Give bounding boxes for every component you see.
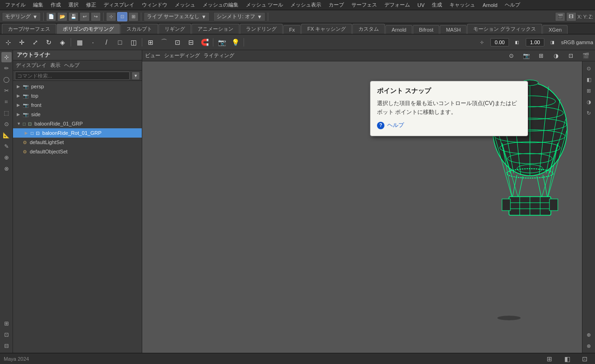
outliner-menu-view[interactable]: 表示 [50,62,60,69]
vp-menu-view[interactable]: ビュー [145,52,160,59]
snap-to-curve-btn[interactable]: ⌒ [158,36,171,49]
tab-xgen[interactable]: XGen [542,25,568,34]
vp-render-icon[interactable]: 🎬 [579,50,592,62]
outliner-search-btn[interactable]: ▼ [132,72,140,80]
snap-point-btn[interactable]: ⊡ [117,12,127,21]
vp-right-1[interactable]: ⊙ [584,63,594,73]
vp-right-5[interactable]: ↻ [584,108,594,118]
menu-edit[interactable]: 編集 [30,0,46,9]
edge-sel-btn[interactable]: / [100,36,113,49]
left-snap-btn[interactable]: ⊙ [1,119,12,129]
menu-surfaces[interactable]: サーフェス [348,0,380,9]
snap-to-surface-btn[interactable]: ⊟ [185,36,198,49]
left-cut-btn[interactable]: ✂ [1,86,12,96]
menu-display[interactable]: ディスプレイ [100,0,138,9]
menu-select[interactable]: 選択 [65,0,82,9]
menu-curves[interactable]: カーブ [325,0,347,9]
tab-sculpt[interactable]: スカルプト [120,24,158,34]
new-scene-btn[interactable]: 📄 [46,12,56,21]
menu-help[interactable]: ヘルプ [502,0,523,9]
menu-window[interactable]: ウィンドウ [139,0,171,9]
color-manage-btn[interactable]: ◨ [546,36,559,49]
menu-mesh-edit[interactable]: メッシュの編集 [199,0,242,9]
viewport[interactable]: ビュー シェーディング ライティング ⊙ 📷 ⊞ ◑ ⊡ 🎬 ⊙ ◧ ⊞ ◑ ↻… [142,50,595,353]
move-tool-btn[interactable]: ✛ [15,36,28,49]
vp-shade-icon[interactable]: ◑ [549,50,562,62]
tab-fx-caching[interactable]: FX キャッシング [301,24,352,34]
vp-menu-shading[interactable]: シェーディング [164,52,200,59]
vp-right-2[interactable]: ◧ [584,74,594,85]
snap-mode-btn[interactable]: ⊹ [476,36,489,49]
face-sel-btn[interactable]: □ [113,36,126,49]
snap-dropdown[interactable]: ライブ サーフェスなし ▼ [144,12,210,21]
tab-bifrost[interactable]: Bifrost [413,25,439,34]
menu-mesh[interactable]: メッシュ [172,0,198,9]
bottom-icon-1[interactable]: ⊞ [543,352,556,364]
magnet-btn[interactable]: 🧲 [198,36,211,49]
tree-item-default-object-set[interactable]: ▶ ⚙ defaultObjectSet [13,147,142,156]
left-extra2-btn[interactable]: ⊗ [1,164,12,174]
menu-modify[interactable]: 修正 [83,0,99,9]
outliner-search-input[interactable] [15,72,130,80]
vp-cam-icon[interactable]: 📷 [520,50,533,62]
tab-animation[interactable]: アニメーション [192,24,239,34]
tree-item-top[interactable]: ▶ 📷 top [13,91,142,100]
tooltip-help-link[interactable]: ? ヘルプ [377,121,521,129]
snap-to-point-btn[interactable]: ⊡ [171,36,184,49]
vp-wire-icon[interactable]: ⊡ [564,50,577,62]
left-extra1-btn[interactable]: ⊕ [1,152,12,163]
left-measure-btn[interactable]: 📐 [1,130,12,140]
tree-item-side[interactable]: ▶ 📷 side [13,110,142,119]
outliner-menu-help[interactable]: ヘルプ [64,62,79,69]
tree-item-persp[interactable]: ▶ 📷 persp [13,82,142,91]
left-bridge-btn[interactable]: ⌗ [1,97,12,107]
tab-mash[interactable]: MASH [440,25,467,34]
left-select-btn[interactable]: ⊹ [1,52,12,62]
vp-grid-icon[interactable]: ⊞ [535,50,548,62]
menu-create[interactable]: 作成 [47,0,64,9]
universal-tool-btn[interactable]: ◈ [56,36,69,49]
left-extrude-btn[interactable]: ⬚ [1,108,12,118]
open-btn[interactable]: 📂 [57,12,67,21]
tree-item-baloonride-rot-grp[interactable]: ▶ □ ⊡ baloonRide_Rot_01_GRP [13,128,142,138]
scale-tool-btn[interactable]: ⤢ [29,36,42,49]
vp-right-bottom-1[interactable]: ⊕ [584,330,594,340]
menu-cache[interactable]: キャッシュ [446,0,478,9]
render-btn[interactable]: 🎬 [555,12,565,21]
left-bottom2-btn[interactable]: ⊡ [1,330,12,340]
vp-right-4[interactable]: ◑ [584,97,594,107]
left-annotation-btn[interactable]: ✎ [1,141,12,152]
menu-file[interactable]: ファイル [2,0,29,9]
bottom-icon-2[interactable]: ◧ [561,352,574,364]
left-bottom1-btn[interactable]: ⊞ [1,318,12,329]
vp-right-3[interactable]: ⊞ [584,86,594,96]
vp-snap-icon[interactable]: ⊙ [505,50,518,62]
vertex-sel-btn[interactable]: · [86,36,99,49]
select-tool-btn[interactable]: ⊹ [2,36,15,49]
value-toggle-btn[interactable]: ◧ [511,36,524,49]
tab-fx[interactable]: Fx [283,25,301,34]
tab-custom[interactable]: カスタム [352,24,385,34]
vp-menu-lighting[interactable]: ライティング [204,52,234,59]
snap-to-grid-icon-btn[interactable]: ⊞ [144,36,157,49]
menu-mesh-display[interactable]: メッシュ表示 [287,0,324,9]
light-editor-btn[interactable]: 💡 [229,36,242,49]
redo-btn[interactable]: ↪ [91,12,101,21]
left-sculpt-btn[interactable]: ◯ [1,74,12,85]
tab-arnold[interactable]: Arnold [385,25,412,34]
menu-generate[interactable]: 生成 [429,0,445,9]
menu-uv[interactable]: UV [414,1,428,9]
mode-dropdown[interactable]: モデリング ▼ [2,12,41,21]
snap-grid-btn[interactable]: ⊞ [128,12,139,21]
menu-deform[interactable]: デフォーム [381,0,413,9]
select-btn[interactable]: ⊹ [106,12,116,21]
camera-tools-btn[interactable]: 📷 [215,36,228,49]
uv-sel-btn[interactable]: ◫ [127,36,140,49]
tree-item-baloonride-grp[interactable]: ▼ □ ⊡ baloonRide_01_GRP [13,119,142,128]
save-btn[interactable]: 💾 [68,12,79,21]
ipr-btn[interactable]: 🎞 [566,12,576,21]
component-sel-btn[interactable]: ▦ [73,36,86,49]
tab-rendering[interactable]: ランドリング [240,24,283,34]
left-paint-btn[interactable]: ✏ [1,63,12,73]
tab-polygon-modeling[interactable]: ポリゴンのモデリング [57,24,120,34]
